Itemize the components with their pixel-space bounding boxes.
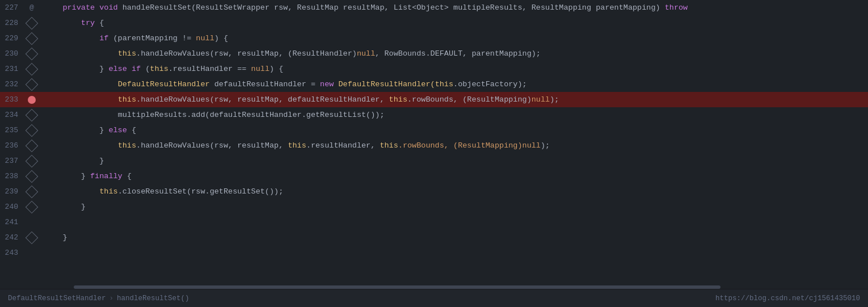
- line-number: 229: [0, 31, 24, 46]
- token: .objectFactory);: [453, 79, 527, 90]
- token: [95, 2, 99, 13]
- gutter-area[interactable]: [24, 77, 40, 92]
- token: [44, 140, 118, 151]
- gutter-area[interactable]: [24, 153, 40, 169]
- line-number: 239: [0, 184, 24, 199]
- gutter-area[interactable]: [24, 15, 40, 31]
- code-content[interactable]: multipleResults.add(defaultResultHandler…: [40, 107, 868, 123]
- breadcrumb-method: handleResultSet(): [117, 295, 189, 302]
- token: .rowBounds, (ResultMapping): [398, 140, 523, 151]
- code-content[interactable]: if (parentMapping != null) {: [40, 31, 868, 46]
- token: ) {: [269, 64, 283, 74]
- code-content[interactable]: [40, 215, 868, 230]
- token: {: [123, 171, 132, 182]
- gutter-area[interactable]: [24, 138, 40, 153]
- gutter-area[interactable]: [24, 245, 40, 260]
- token: (: [141, 64, 150, 74]
- diamond-icon: [26, 124, 39, 137]
- gutter-area[interactable]: [24, 31, 40, 46]
- token: else if: [108, 64, 141, 74]
- code-content[interactable]: this.handleRowValues(rsw, resultMap, def…: [40, 92, 868, 107]
- token: [44, 64, 99, 74]
- token: , RowBounds.DEFAULT, parentMapping);: [375, 48, 541, 59]
- diamond-icon: [26, 154, 39, 167]
- token: }: [44, 171, 90, 182]
- scrollbar-thumb[interactable]: [74, 285, 720, 289]
- token: else: [108, 125, 127, 136]
- token: void: [99, 2, 117, 13]
- code-line: 238 } finally {: [0, 169, 868, 184]
- token: [44, 18, 81, 28]
- gutter-area[interactable]: [24, 215, 40, 230]
- token: DefaultResultHandler: [118, 79, 210, 90]
- code-content[interactable]: private void handleResultSet(ResultSetWr…: [40, 0, 868, 15]
- diamond-icon: [26, 139, 39, 152]
- token: ) {: [214, 33, 228, 44]
- code-content[interactable]: }: [40, 153, 868, 169]
- scrollbar-area[interactable]: [0, 285, 868, 289]
- token: this: [288, 140, 306, 151]
- diamond-icon: [26, 62, 39, 75]
- diamond-icon: [26, 108, 39, 121]
- token: }: [44, 232, 68, 243]
- token: .handleRowValues(rsw, resultMap, default…: [136, 94, 389, 105]
- token: try: [81, 18, 95, 28]
- code-line: 230 this.handleRowValues(rsw, resultMap,…: [0, 46, 868, 61]
- token: private: [62, 2, 95, 13]
- token: throw: [665, 2, 688, 13]
- token: [44, 186, 99, 197]
- gutter-area[interactable]: [24, 61, 40, 77]
- code-content[interactable]: DefaultResultHandler defaultResultHandle…: [40, 77, 868, 92]
- line-number: 234: [0, 107, 24, 123]
- token: [44, 94, 118, 105]
- token: {: [127, 125, 136, 136]
- code-content[interactable]: try {: [40, 15, 868, 31]
- code-content[interactable]: this.handleRowValues(rsw, resultMap, thi…: [40, 138, 868, 153]
- line-number: 227: [0, 0, 24, 15]
- token: [44, 33, 99, 44]
- code-line: 237 }: [0, 153, 868, 169]
- gutter-area[interactable]: [24, 46, 40, 61]
- code-content[interactable]: } else if (this.resultHandler == null) {: [40, 61, 868, 77]
- diamond-icon: [26, 200, 39, 213]
- token: null: [532, 94, 550, 105]
- token: handleResultSet(ResultSetWrapper rsw, Re…: [118, 2, 665, 13]
- token: null: [196, 33, 214, 44]
- code-content[interactable]: this.handleRowValues(rsw, resultMap, (Re…: [40, 46, 868, 61]
- code-line: 235 } else {: [0, 123, 868, 138]
- gutter-area[interactable]: [24, 92, 40, 107]
- token: .resultHandler,: [306, 140, 380, 151]
- diamond-icon: [26, 78, 39, 91]
- token: (parentMapping !=: [108, 33, 196, 44]
- bottom-bar: DefaultResultSetHandler › handleResultSe…: [0, 289, 868, 307]
- code-content[interactable]: [40, 245, 868, 260]
- line-number: 232: [0, 77, 24, 92]
- gutter-area[interactable]: [24, 184, 40, 199]
- code-line: 227@ private void handleResultSet(Result…: [0, 0, 868, 15]
- code-content[interactable]: this.closeResultSet(rsw.getResultSet());: [40, 184, 868, 199]
- gutter-area[interactable]: [24, 230, 40, 245]
- code-content[interactable]: }: [40, 199, 868, 215]
- gutter-area[interactable]: @: [24, 0, 40, 15]
- token: }: [99, 125, 108, 136]
- token: [44, 110, 118, 120]
- line-number: 238: [0, 169, 24, 184]
- diamond-icon: [26, 32, 39, 45]
- code-line: 234 multipleResults.add(defaultResultHan…: [0, 107, 868, 123]
- diamond-icon: [26, 185, 39, 198]
- gutter-area[interactable]: [24, 123, 40, 138]
- breadcrumb-separator: ›: [109, 295, 114, 302]
- gutter-area[interactable]: [24, 107, 40, 123]
- token: [44, 125, 99, 136]
- token: this: [389, 94, 407, 105]
- code-content[interactable]: }: [40, 230, 868, 245]
- code-content[interactable]: } finally {: [40, 169, 868, 184]
- url-display: https://blog.csdn.net/cj1561435010: [715, 295, 860, 302]
- code-content[interactable]: } else {: [40, 123, 868, 138]
- gutter-area[interactable]: [24, 199, 40, 215]
- gutter-area[interactable]: [24, 169, 40, 184]
- breadcrumb: DefaultResultSetHandler › handleResultSe…: [8, 295, 189, 302]
- code-line: 239 this.closeResultSet(rsw.getResultSet…: [0, 184, 868, 199]
- token: new: [320, 79, 334, 90]
- token: }: [99, 64, 108, 74]
